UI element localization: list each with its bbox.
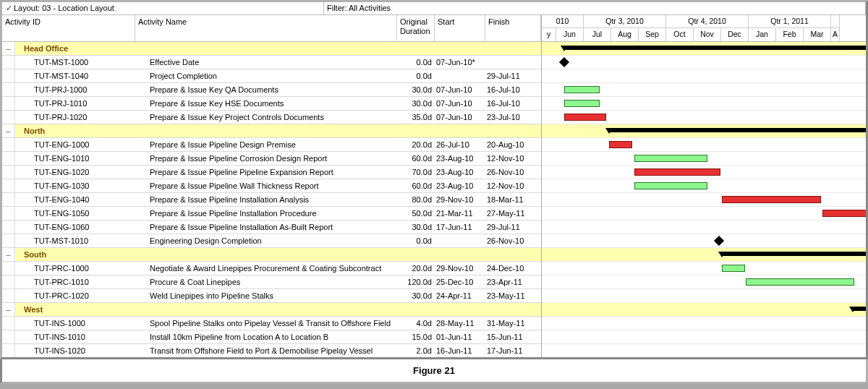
expand-toggle — [2, 97, 15, 110]
finish-cell — [485, 56, 541, 69]
activity-row[interactable]: TUT-PRC-1000Negotiate & Award Linepipes … — [2, 262, 541, 275]
activity-name-cell: Prepare & Issue Pipeline Wall Thickness … — [135, 179, 397, 192]
milestone-icon[interactable] — [559, 57, 569, 67]
milestone-icon[interactable] — [714, 236, 724, 246]
expand-toggle — [2, 275, 15, 288]
expand-toggle[interactable]: – — [2, 248, 15, 261]
activity-row[interactable]: TUT-ENG-1050Prepare & Issue Pipeline Ins… — [2, 207, 541, 221]
expand-toggle[interactable]: – — [2, 42, 15, 55]
activity-id-cell: TUT-PRC-1000 — [15, 262, 135, 275]
start-cell — [435, 124, 485, 137]
activity-row[interactable]: TUT-MST-1010Engineering Design Completio… — [2, 234, 541, 248]
activity-row[interactable]: TUT-MST-1000Effective Date0.0d07-Jun-10* — [2, 56, 541, 69]
start-cell: 25-Dec-10 — [435, 275, 485, 288]
activity-row[interactable]: TUT-PRJ-1020Prepare & Issue Key Project … — [2, 111, 541, 124]
summary-bar[interactable] — [564, 46, 866, 50]
activity-row[interactable]: TUT-ENG-1060Prepare & Issue Pipeline Ins… — [2, 221, 541, 234]
task-bar[interactable] — [634, 155, 707, 162]
activity-row[interactable]: TUT-PRC-1020Weld Linepipes into Pipeline… — [2, 289, 541, 303]
col-activity-id[interactable]: Activity ID — [2, 15, 135, 41]
start-cell: 07-Jun-10 — [435, 97, 485, 110]
activity-row[interactable]: TUT-ENG-1010Prepare & Issue Pipeline Cor… — [2, 152, 541, 166]
activity-name-cell — [135, 124, 397, 137]
activity-row[interactable]: TUT-ENG-1030Prepare & Issue Pipeline Wal… — [2, 179, 541, 193]
start-cell: 23-Aug-10 — [435, 179, 485, 192]
task-bar[interactable] — [609, 141, 632, 148]
activity-id-cell: TUT-INS-1020 — [15, 344, 135, 357]
activity-row[interactable]: TUT-PRJ-1010Prepare & Issue Key HSE Docu… — [2, 97, 541, 111]
summary-bar[interactable] — [609, 128, 866, 132]
gantt-chart[interactable]: 010Qtr 3, 2010Qtr 4, 2010Qtr 1, 2011 yJu… — [542, 15, 866, 357]
expand-toggle[interactable]: – — [2, 124, 15, 137]
start-cell: 07-Jun-10 — [435, 111, 485, 124]
expand-toggle[interactable]: – — [2, 303, 15, 316]
activity-row[interactable]: TUT-PRC-1010Procure & Coat Linepipes120.… — [2, 275, 541, 289]
task-bar[interactable] — [634, 168, 720, 176]
quarter-header: Qtr 3, 2010 — [584, 15, 666, 28]
gantt-row — [542, 179, 866, 193]
group-row[interactable]: –North — [2, 124, 541, 138]
activity-id-cell: TUT-INS-1010 — [15, 330, 135, 343]
group-row[interactable]: –West — [2, 303, 541, 317]
start-cell — [435, 69, 485, 82]
top-meta-bar: ✓Layout: 03 - Location Layout Filter: Al… — [2, 2, 866, 15]
activity-id-cell: TUT-ENG-1050 — [15, 207, 135, 220]
task-bar[interactable] — [634, 182, 707, 189]
activity-id-cell: North — [15, 124, 135, 137]
month-header: Mar — [804, 28, 831, 41]
gantt-row — [542, 138, 866, 152]
task-bar[interactable] — [564, 114, 606, 121]
layout-selector[interactable]: ✓Layout: 03 - Location Layout — [2, 2, 324, 14]
gantt-row — [542, 69, 866, 83]
duration-cell: 4.0d — [397, 317, 435, 330]
activity-row[interactable]: TUT-ENG-1000Prepare & Issue Pipeline Des… — [2, 138, 541, 152]
gantt-row — [542, 83, 866, 97]
task-bar[interactable] — [564, 86, 600, 93]
col-activity-name[interactable]: Activity Name — [135, 15, 397, 41]
col-duration[interactable]: Original Duration — [397, 15, 435, 41]
activity-row[interactable]: TUT-ENG-1040Prepare & Issue Pipeline Ins… — [2, 193, 541, 207]
duration-cell: 0.0d — [397, 69, 435, 82]
activity-row[interactable]: TUT-PRJ-1000Prepare & Issue Key QA Docum… — [2, 83, 541, 97]
group-row[interactable]: –South — [2, 248, 541, 262]
gantt-row — [542, 317, 866, 330]
col-finish[interactable]: Finish — [485, 15, 541, 41]
expand-toggle — [2, 289, 15, 302]
filter-selector[interactable]: Filter: All Activities — [324, 2, 866, 14]
month-header: Jun — [556, 28, 584, 41]
summary-bar[interactable] — [722, 252, 866, 256]
task-bar[interactable] — [822, 210, 866, 217]
activity-name-cell: Prepare & Issue Pipeline Pipeline Expans… — [135, 166, 397, 179]
finish-cell: 18-Mar-11 — [485, 193, 541, 206]
activity-id-cell: TUT-ENG-1040 — [15, 193, 135, 206]
task-bar[interactable] — [746, 278, 854, 286]
task-bar[interactable] — [722, 196, 821, 203]
gantt-row — [542, 248, 866, 262]
start-cell — [435, 248, 485, 261]
activity-row[interactable]: TUT-INS-1000Spool Pipeline Stalks onto P… — [2, 317, 541, 330]
activity-row[interactable]: TUT-INS-1020Transit from Offshore Field … — [2, 344, 541, 357]
expand-toggle — [2, 330, 15, 343]
gantt-row — [542, 262, 866, 275]
activity-row[interactable]: TUT-ENG-1020Prepare & Issue Pipeline Pip… — [2, 166, 541, 179]
duration-cell: 50.0d — [397, 207, 435, 220]
activity-name-cell — [135, 248, 397, 261]
start-cell: 17-Jun-11 — [435, 221, 485, 234]
activity-row[interactable]: TUT-MST-1040Project Completion0.0d29-Jul… — [2, 69, 541, 83]
start-cell: 29-Nov-10 — [435, 193, 485, 206]
task-bar[interactable] — [564, 100, 600, 107]
duration-cell: 120.0d — [397, 275, 435, 288]
finish-cell: 15-Jun-11 — [485, 330, 541, 343]
activity-id-cell: TUT-MST-1000 — [15, 56, 135, 69]
start-cell: 24-Apr-11 — [435, 289, 485, 302]
summary-bar[interactable] — [853, 307, 866, 311]
gantt-row — [542, 330, 866, 344]
duration-cell: 30.0d — [397, 97, 435, 110]
start-cell: 23-Aug-10 — [435, 152, 485, 165]
col-start[interactable]: Start — [435, 15, 485, 41]
expand-toggle — [2, 234, 15, 247]
month-header: y — [542, 28, 556, 41]
group-row[interactable]: –Head Office — [2, 42, 541, 56]
activity-row[interactable]: TUT-INS-1010Install 10km Pipeline from L… — [2, 330, 541, 344]
task-bar[interactable] — [722, 265, 745, 272]
